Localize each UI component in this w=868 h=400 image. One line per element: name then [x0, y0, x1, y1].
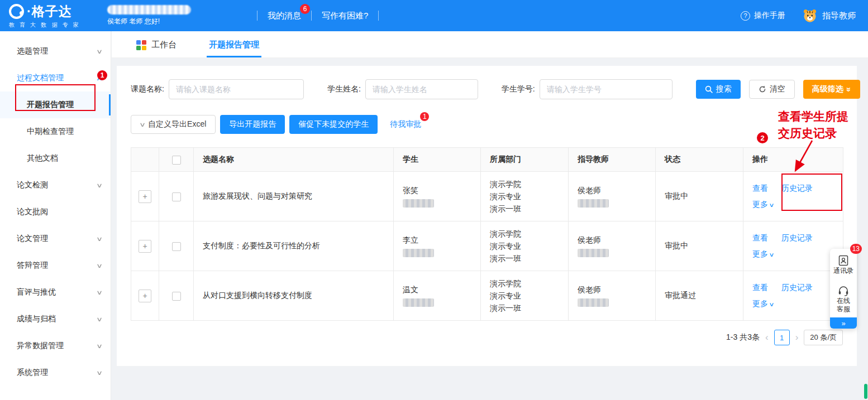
- status-cell: 审批通过: [656, 271, 743, 321]
- select-all-checkbox[interactable]: [172, 156, 181, 165]
- question-icon: ?: [741, 11, 750, 21]
- sidebar-item-midterm-check[interactable]: 中期检查管理: [0, 118, 111, 145]
- view-link[interactable]: 查看: [752, 283, 768, 293]
- actions-cell: 查看 历史记录 更多∨: [743, 221, 843, 271]
- col-student: 学生: [394, 148, 481, 172]
- more-link[interactable]: 更多∨: [752, 200, 774, 209]
- my-messages-label: 我的消息: [268, 11, 301, 20]
- pending-approval-badge: 1: [420, 112, 429, 121]
- history-link[interactable]: 历史记录: [781, 283, 813, 293]
- topic-cell: 旅游发展现状、问题与对策研究: [194, 172, 394, 221]
- double-chevron-right-icon: »: [841, 319, 845, 327]
- sidebar-item-paper-mgmt[interactable]: 论文管理 ∨: [0, 225, 111, 252]
- sidebar-item-system-mgmt[interactable]: 系统管理 ∨: [0, 359, 111, 386]
- col-actions: 操作: [743, 148, 843, 172]
- pagination: 1-3 共3条 ‹ 1 › 20 条/页: [131, 330, 843, 345]
- view-link[interactable]: 查看: [752, 233, 768, 243]
- tab-workbench[interactable]: 工作台: [136, 40, 177, 57]
- filter-row: 课题名称: 学生姓名: 学生学号: 搜索: [131, 79, 843, 99]
- expand-row-button[interactable]: +: [139, 290, 151, 302]
- student-name-label: 学生姓名:: [327, 84, 361, 94]
- chevron-down-icon: ∨: [769, 252, 775, 258]
- history-link[interactable]: 历史记录: [781, 233, 813, 243]
- user-greeting-block: 侯老师 老师 您好!: [107, 5, 247, 26]
- topic-cell: 从对口支援到横向转移支付制度: [194, 271, 394, 321]
- header-divider: [378, 11, 379, 21]
- chevron-down-icon: ∨: [96, 343, 103, 350]
- logo-subtitle: 教 育 大 数 据 专 家: [9, 21, 102, 29]
- student-id-input[interactable]: [540, 79, 673, 99]
- more-link[interactable]: 更多∨: [752, 249, 774, 258]
- expand-row-button[interactable]: +: [139, 190, 151, 203]
- sidebar-item-paper-review[interactable]: 论文批阅: [0, 199, 111, 225]
- widget-badge: 13: [850, 244, 862, 254]
- search-button[interactable]: 搜索: [696, 80, 741, 99]
- my-messages-link[interactable]: 我的消息 6: [268, 11, 301, 21]
- sidebar-item-paper-check[interactable]: 论文检测 ∨: [0, 172, 111, 199]
- sidebar-item-blind-review[interactable]: 盲评与推优 ∨: [0, 279, 111, 306]
- expand-row-button[interactable]: +: [139, 240, 151, 253]
- page-number[interactable]: 1: [774, 330, 790, 345]
- toolbar-row: ∨ 自定义导出Excel 导出开题报告 催促下未提交的学生 待我审批 1: [131, 115, 843, 134]
- tab-opening-report-mgmt[interactable]: 开题报告管理: [209, 40, 259, 57]
- sidebar-item-opening-report[interactable]: 开题报告管理: [0, 91, 111, 118]
- online-service-button[interactable]: 在线 客服: [830, 279, 857, 317]
- sidebar-item-abnormal-data[interactable]: 异常数据管理 ∨: [0, 332, 111, 359]
- manual-link[interactable]: ? 操作手册: [741, 11, 785, 21]
- next-page-button[interactable]: ›: [795, 332, 799, 343]
- app-logo: ·格子达 教 育 大 数 据 专 家: [0, 3, 102, 29]
- view-link[interactable]: 查看: [752, 184, 768, 194]
- page-scrollbar-thumb[interactable]: [864, 384, 867, 399]
- double-chevron-down-icon: »: [844, 87, 853, 91]
- pagination-summary: 1-3 共3条: [726, 332, 760, 343]
- collapse-widget-button[interactable]: »: [830, 317, 857, 329]
- refresh-icon: [759, 85, 766, 93]
- table-row: + 旅游发展现状、问题与对策研究 张笑 演示学院 演示专业 演示一班 侯老师 审…: [131, 172, 843, 221]
- more-link[interactable]: 更多∨: [752, 299, 774, 308]
- sidebar-item-grades-archive[interactable]: 成绩与归档 ∨: [0, 306, 111, 332]
- row-checkbox[interactable]: [172, 242, 181, 251]
- clear-button[interactable]: 清空: [749, 80, 795, 99]
- messages-badge: 6: [300, 4, 310, 14]
- chevron-down-icon: ∨: [96, 369, 103, 377]
- department-cell: 演示学院 演示专业 演示一班: [481, 271, 569, 321]
- export-report-button[interactable]: 导出开题报告: [220, 115, 285, 134]
- pending-approval-link[interactable]: 待我审批 1: [390, 119, 421, 129]
- student-id-label: 学生学号:: [502, 84, 535, 94]
- report-table: 选题名称 学生 所属部门 指导教师 状态 操作 + 旅游发展现状、问题与对策研究…: [131, 147, 843, 321]
- search-icon: [705, 85, 713, 93]
- writing-help-link[interactable]: 写作有困难?: [322, 11, 368, 21]
- chevron-down-icon: ∨: [769, 301, 775, 307]
- contacts-icon: [837, 254, 850, 267]
- teacher-cell: 侯老师: [569, 271, 656, 321]
- row-checkbox[interactable]: [172, 292, 181, 301]
- manual-label: 操作手册: [754, 11, 785, 21]
- blurred-student-id: [403, 298, 434, 307]
- sidebar-nav: 选题管理 ∨ 过程文档管理 ∧ 开题报告管理 中期检查管理 其他文档 论文检测 …: [0, 31, 111, 400]
- status-cell: 审批中: [656, 221, 743, 271]
- tiger-mascot-icon: [802, 8, 818, 23]
- sidebar-item-topic-mgmt[interactable]: 选题管理 ∨: [0, 38, 111, 65]
- chevron-up-icon: ∧: [96, 75, 103, 82]
- sidebar-item-defense-mgmt[interactable]: 答辩管理 ∨: [0, 252, 111, 279]
- table-row: + 从对口支援到横向转移支付制度 温文 演示学院 演示专业 演示一班 侯老师 审…: [131, 271, 843, 321]
- custom-export-excel-button[interactable]: ∨ 自定义导出Excel: [131, 115, 216, 134]
- row-checkbox[interactable]: [172, 192, 181, 201]
- urge-students-button[interactable]: 催促下未提交的学生: [289, 115, 378, 134]
- sidebar-item-other-docs[interactable]: 其他文档: [0, 145, 111, 172]
- student-cell: 李立: [394, 221, 481, 271]
- history-link[interactable]: 历史记录: [781, 184, 813, 194]
- student-name-input[interactable]: [365, 79, 478, 99]
- role-label: 指导教师: [822, 11, 856, 21]
- header-divider: [257, 11, 257, 21]
- sidebar-item-process-docs[interactable]: 过程文档管理 ∧: [0, 65, 111, 91]
- chevron-down-icon: ∨: [96, 289, 103, 296]
- prev-page-button[interactable]: ‹: [765, 332, 769, 343]
- blurred-teacher-id: [578, 249, 609, 257]
- page-size-select[interactable]: 20 条/页: [804, 330, 843, 345]
- col-teacher: 指导教师: [569, 148, 656, 172]
- advanced-filter-button[interactable]: 高级筛选 »: [803, 80, 860, 99]
- blurred-username: [107, 5, 191, 15]
- logo-g-icon: [9, 4, 24, 19]
- topic-name-input[interactable]: [169, 79, 304, 99]
